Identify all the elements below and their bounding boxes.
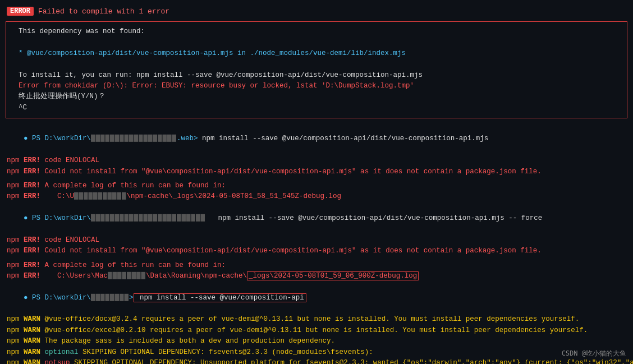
error-message-text: Failed to compile with 1 error (38, 7, 169, 16)
error-box-line8: ^C (12, 103, 621, 113)
error-box-line1: This dependency was not found: (12, 26, 621, 37)
error-box-line5: To install it, you can run: npm install … (12, 70, 621, 81)
npm-warn-5: npm WARN notsup SKIPPING OPTIONAL DEPEND… (0, 358, 633, 364)
watermark: CSDN @吃小猫的大鱼 (562, 349, 626, 358)
error-box-line7: 终止批处理操作吗(Y/N)？ (12, 91, 621, 102)
prompt-line-1: ● PS D:\workDir\██████████████████.web> … (0, 123, 633, 155)
error-box-line6: Error from chokidar (D:\): Error: EBUSY:… (12, 81, 621, 91)
npm-warn-1: npm WARN @vue-office/docx@0.2.4 requires… (0, 314, 633, 325)
terminal: ERROR Failed to compile with 1 error Thi… (0, 0, 633, 364)
error-box-line3: * @vue/composition-api/dist/vue-composit… (12, 48, 621, 59)
npm-err-line: npm ERR! A complete log of this run can … (0, 181, 633, 191)
prompt-line-2: ● PS D:\workDir\████████████████████████… (0, 202, 633, 235)
npm-err-line2: npm ERR! A complete log of this run can … (0, 260, 633, 271)
prompt-line-3: ● PS D:\workDir\████████> npm install --… (0, 282, 633, 314)
npm-err-line: npm ERR! Could not install from "@vue\co… (0, 167, 633, 177)
npm-warn-3: npm WARN The package sass is included as… (0, 336, 633, 347)
npm-err-logpath2: npm ERR! C:\Users\Mac████████\Data\Roami… (0, 271, 633, 282)
npm-warn-4: npm WARN optional SKIPPING OPTIONAL DEPE… (0, 347, 633, 358)
npm-err-line2: npm ERR! Could not install from "@vue\co… (0, 246, 633, 256)
npm-err-line: npm ERR! code ENOLOCAL (0, 155, 633, 166)
error-tag: ERROR (7, 7, 34, 16)
npm-err-logpath: npm ERR! C:\U███████████\npm-cache\_logs… (0, 191, 633, 202)
npm-warn-2: npm WARN @vue-office/excel@0.2.10 requir… (0, 325, 633, 336)
npm-err-line2: npm ERR! code ENOLOCAL (0, 235, 633, 246)
error-banner: ERROR Failed to compile with 1 error (0, 4, 633, 18)
error-box: This dependency was not found: * @vue/co… (6, 21, 627, 118)
